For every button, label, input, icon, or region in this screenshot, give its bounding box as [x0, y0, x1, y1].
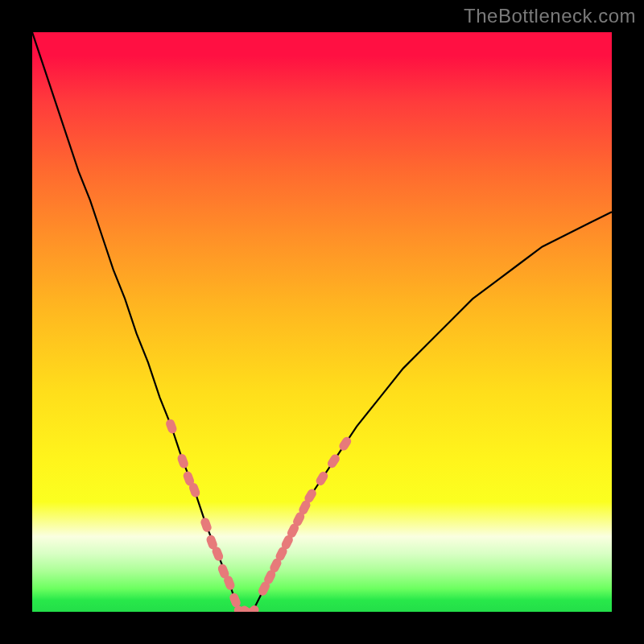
- watermark-text: TheBottleneck.com: [464, 5, 636, 27]
- curve-svg: [32, 32, 612, 612]
- chart-frame: TheBottleneck.com: [0, 0, 644, 644]
- marker-point: [315, 470, 330, 487]
- marker-point: [176, 452, 189, 469]
- bottleneck-curve: [32, 32, 612, 612]
- marker-point: [200, 517, 213, 534]
- marker-point: [326, 452, 341, 469]
- marker-point: [165, 418, 178, 435]
- marker-group: [165, 418, 353, 612]
- plot-area: [32, 32, 612, 612]
- marker-point: [337, 436, 353, 452]
